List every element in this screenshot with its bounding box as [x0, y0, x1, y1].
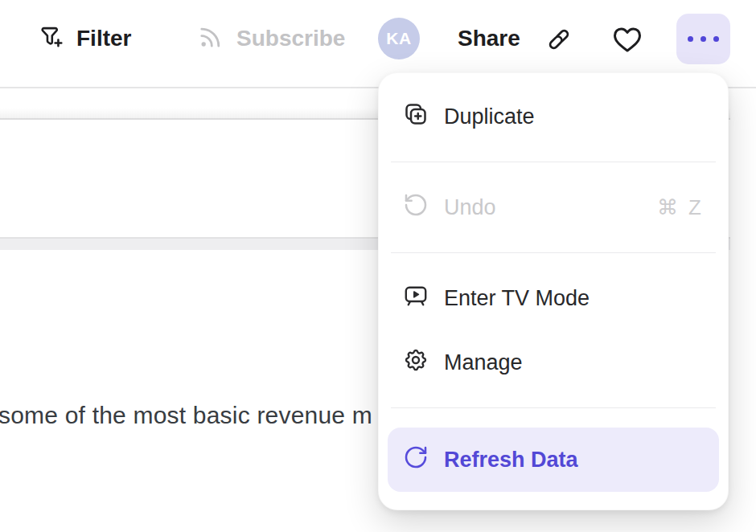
menu-item-label: Refresh Data — [444, 448, 578, 473]
filter-button[interactable]: Filter — [37, 19, 131, 58]
copy-link-button[interactable] — [545, 22, 573, 60]
avatar[interactable]: KA — [378, 18, 420, 59]
favorite-button[interactable] — [611, 23, 643, 61]
app-window: some of the most basic revenue m Filter … — [0, 0, 756, 532]
menu-item-label: Duplicate — [444, 104, 535, 129]
menu-item-label: Manage — [444, 350, 523, 375]
menu-item-manage[interactable]: Manage — [388, 337, 719, 388]
menu-item-refresh-data[interactable]: Refresh Data — [388, 428, 719, 492]
more-options-menu: Duplicate Undo ⌘ Z — [378, 72, 729, 510]
rss-icon — [197, 23, 224, 54]
menu-item-undo[interactable]: Undo ⌘ Z — [388, 182, 719, 233]
tv-play-icon — [403, 283, 429, 314]
menu-divider — [391, 407, 716, 408]
body-text-fragment: some of the most basic revenue m — [0, 402, 372, 429]
link-icon — [545, 26, 573, 56]
subscribe-button[interactable]: Subscribe — [197, 19, 345, 58]
menu-divider — [391, 162, 716, 162]
share-label: Share — [458, 26, 520, 51]
menu-item-label: Undo — [444, 195, 496, 220]
keyboard-shortcut: ⌘ Z — [657, 195, 704, 220]
undo-arrow-icon — [403, 192, 429, 223]
refresh-icon — [403, 444, 429, 476]
filter-label: Filter — [76, 26, 131, 51]
heart-icon — [611, 25, 643, 59]
avatar-initials: KA — [386, 29, 411, 48]
ellipsis-icon — [688, 36, 719, 42]
menu-item-duplicate[interactable]: Duplicate — [388, 91, 719, 142]
subscribe-label: Subscribe — [236, 26, 345, 51]
more-options-button[interactable] — [676, 14, 730, 64]
funnel-plus-icon — [37, 23, 64, 54]
menu-item-label: Enter TV Mode — [444, 286, 590, 311]
share-button[interactable]: Share — [458, 19, 520, 58]
menu-divider — [391, 252, 716, 253]
copy-plus-icon — [403, 101, 429, 133]
menu-item-enter-tv-mode[interactable]: Enter TV Mode — [388, 272, 719, 324]
gear-icon — [403, 347, 429, 379]
